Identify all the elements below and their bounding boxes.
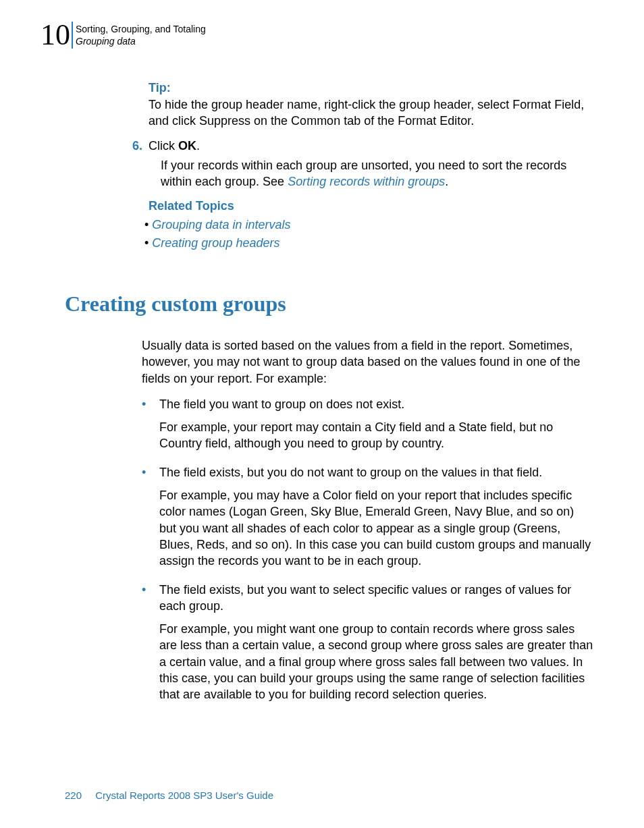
footer-text: Crystal Reports 2008 SP3 User's Guide: [95, 790, 273, 801]
bullet-marker: •: [142, 464, 159, 480]
bullet-marker: •: [142, 582, 159, 615]
followup-after: .: [445, 175, 448, 188]
tip-text: To hide the group header name, right-cli…: [149, 96, 594, 130]
step-followup: If your records within each group are un…: [161, 157, 594, 190]
step-text: Click OK.: [149, 139, 200, 153]
step-number: 6.: [132, 139, 149, 153]
step-suffix: .: [196, 139, 200, 153]
section-heading: Creating custom groups: [65, 292, 286, 316]
header-text-block: Sorting, Grouping, and Totaling Grouping…: [76, 23, 206, 47]
bullet-lead: The field exists, but you want to select…: [159, 582, 594, 615]
bullet-lead: The field you want to group on does not …: [159, 396, 404, 412]
page-number: 220: [65, 790, 82, 801]
link-grouping-intervals[interactable]: Grouping data in intervals: [152, 218, 290, 231]
step-prefix: Click: [149, 139, 178, 153]
page-header: 10 Sorting, Grouping, and Totaling Group…: [41, 20, 206, 50]
header-divider: [72, 22, 73, 49]
bullet-dot: •: [144, 236, 152, 250]
bullet-row: • The field you want to group on does no…: [142, 396, 594, 412]
page-footer: 220 Crystal Reports 2008 SP3 User's Guid…: [65, 790, 273, 801]
step-row: 6. Click OK.: [132, 139, 594, 153]
bullet-row: • The field exists, but you do not want …: [142, 464, 594, 480]
link-sorting-records[interactable]: Sorting records within groups: [288, 175, 445, 188]
bullet-dot: •: [144, 218, 152, 231]
bullet-lead: The field exists, but you do not want to…: [159, 464, 542, 480]
related-topics-label: Related Topics: [149, 199, 594, 213]
bullet-explain: For example, you might want one group to…: [159, 621, 594, 702]
chapter-number: 10: [41, 20, 70, 50]
bullet-row: • The field exists, but you want to sele…: [142, 582, 594, 615]
section-content: Usually data is sorted based on the valu…: [142, 337, 594, 715]
related-topic-item: • Creating group headers: [144, 234, 594, 252]
step-bold: OK: [178, 139, 196, 153]
tip-label: Tip:: [149, 81, 594, 95]
related-topic-item: • Grouping data in intervals: [144, 216, 594, 234]
chapter-title: Sorting, Grouping, and Totaling: [76, 23, 206, 35]
upper-content: Tip: To hide the group header name, righ…: [149, 81, 594, 252]
bullet-marker: •: [142, 396, 159, 412]
bullet-explain: For example, you may have a Color field …: [159, 487, 594, 569]
chapter-subtitle: Grouping data: [76, 35, 206, 47]
section-intro: Usually data is sorted based on the valu…: [142, 337, 594, 387]
link-creating-headers[interactable]: Creating group headers: [152, 236, 279, 250]
bullet-explain: For example, your report may contain a C…: [159, 419, 594, 452]
